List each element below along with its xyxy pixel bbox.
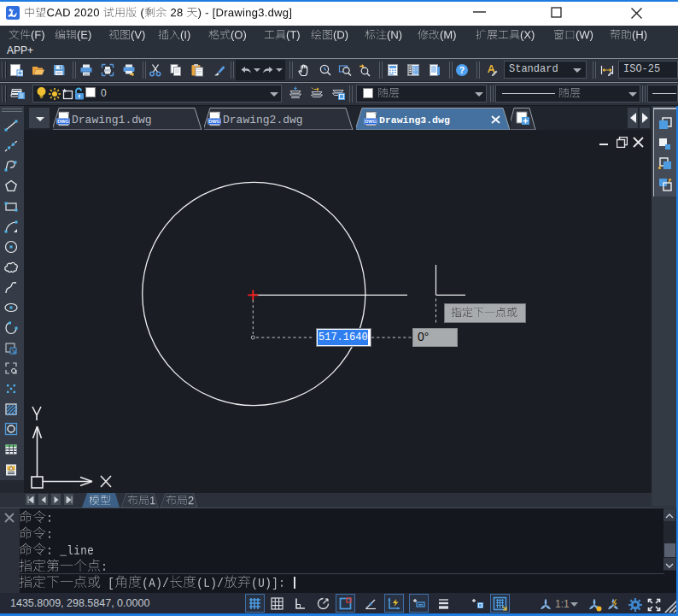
svg-text:DWG: DWG <box>57 119 69 124</box>
svg-text:DWG: DWG <box>365 119 377 124</box>
svg-text:DWG: DWG <box>208 119 220 124</box>
svg-text:?: ? <box>459 65 465 75</box>
